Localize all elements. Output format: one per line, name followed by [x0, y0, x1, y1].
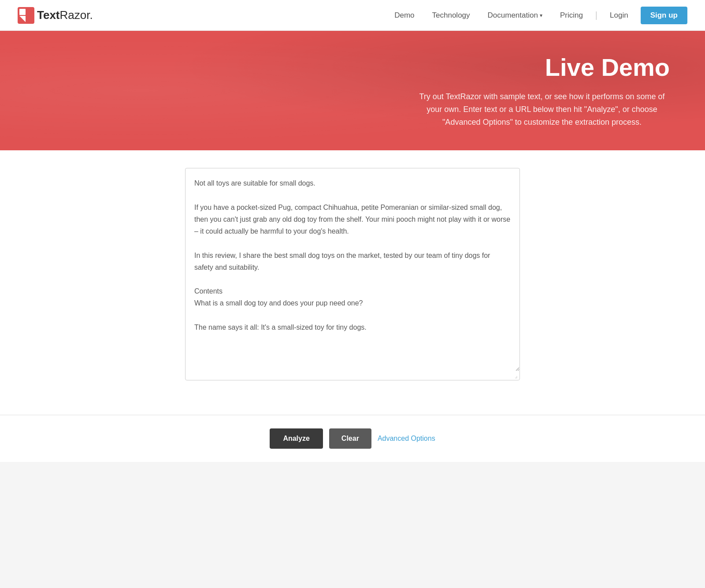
nav-documentation[interactable]: Documentation ▾ [479, 0, 551, 31]
hero-section: Live Demo Try out TextRazor with sample … [0, 31, 705, 150]
nav-technology[interactable]: Technology [423, 0, 479, 31]
logo[interactable]: TextRazor. [18, 7, 93, 24]
nav-login[interactable]: Login [601, 0, 637, 31]
clear-button[interactable]: Clear [329, 428, 371, 449]
hero-title: Live Demo [545, 53, 670, 82]
main-content: ⌟ [0, 150, 705, 415]
analyze-button[interactable]: Analyze [270, 428, 323, 449]
main-nav: Demo Technology Documentation ▾ Pricing … [386, 0, 687, 31]
svg-rect-1 [19, 9, 26, 15]
documentation-dropdown-arrow: ▾ [540, 12, 542, 19]
hero-subtitle: Try out TextRazor with sample text, or s… [414, 90, 670, 128]
demo-textarea[interactable] [186, 168, 519, 371]
nav-pricing[interactable]: Pricing [551, 0, 592, 31]
header: TextRazor. Demo Technology Documentation… [0, 0, 705, 31]
advanced-options-link[interactable]: Advanced Options [378, 435, 435, 443]
nav-demo[interactable]: Demo [386, 0, 423, 31]
nav-divider: | [592, 10, 601, 20]
textarea-wrapper: ⌟ [185, 168, 520, 380]
logo-text: TextRazor. [37, 8, 93, 22]
actions-bar: Analyze Clear Advanced Options [0, 415, 705, 462]
resize-handle: ⌟ [186, 371, 519, 380]
nav-signup-button[interactable]: Sign up [641, 7, 687, 24]
logo-icon [18, 7, 34, 24]
